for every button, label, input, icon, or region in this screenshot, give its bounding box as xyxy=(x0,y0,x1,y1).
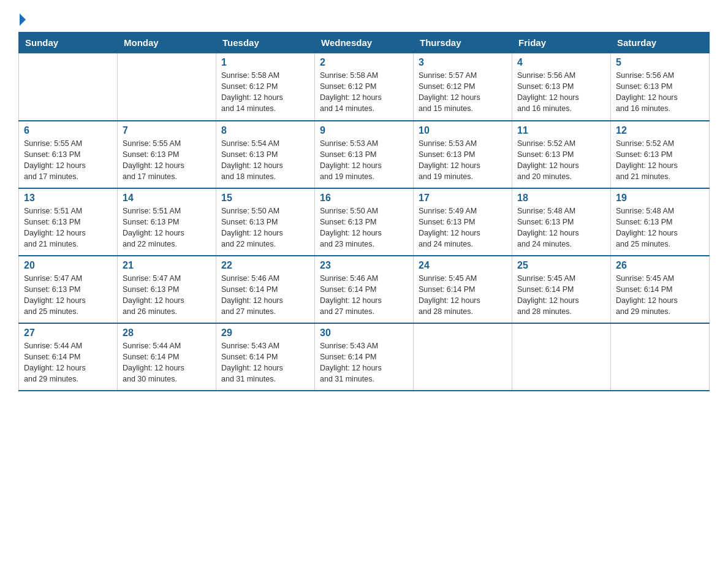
calendar-cell: 2Sunrise: 5:58 AM Sunset: 6:12 PM Daylig… xyxy=(315,53,414,121)
day-info: Sunrise: 5:47 AM Sunset: 6:13 PM Dayligh… xyxy=(24,273,112,318)
calendar-cell xyxy=(19,53,118,121)
calendar-cell: 19Sunrise: 5:48 AM Sunset: 6:13 PM Dayli… xyxy=(611,188,710,256)
day-number: 25 xyxy=(517,260,605,271)
calendar-cell: 17Sunrise: 5:49 AM Sunset: 6:13 PM Dayli… xyxy=(414,188,512,256)
day-number: 29 xyxy=(221,327,309,339)
calendar-table: SundayMondayTuesdayWednesdayThursdayFrid… xyxy=(18,32,710,391)
day-info: Sunrise: 5:56 AM Sunset: 6:13 PM Dayligh… xyxy=(616,70,704,115)
calendar-week-row: 27Sunrise: 5:44 AM Sunset: 6:14 PM Dayli… xyxy=(19,323,710,391)
day-info: Sunrise: 5:53 AM Sunset: 6:13 PM Dayligh… xyxy=(320,138,408,183)
day-number: 12 xyxy=(616,125,704,136)
day-number: 9 xyxy=(320,125,408,136)
calendar-cell: 13Sunrise: 5:51 AM Sunset: 6:13 PM Dayli… xyxy=(19,188,118,256)
weekday-header-tuesday: Tuesday xyxy=(216,33,315,53)
day-info: Sunrise: 5:53 AM Sunset: 6:13 PM Dayligh… xyxy=(419,138,507,183)
calendar-cell: 4Sunrise: 5:56 AM Sunset: 6:13 PM Daylig… xyxy=(512,53,611,121)
calendar-cell: 21Sunrise: 5:47 AM Sunset: 6:13 PM Dayli… xyxy=(118,256,216,323)
page-header xyxy=(18,12,710,26)
calendar-week-row: 13Sunrise: 5:51 AM Sunset: 6:13 PM Dayli… xyxy=(19,188,710,256)
day-info: Sunrise: 5:52 AM Sunset: 6:13 PM Dayligh… xyxy=(517,138,605,183)
day-number: 2 xyxy=(320,57,408,68)
day-info: Sunrise: 5:57 AM Sunset: 6:12 PM Dayligh… xyxy=(419,70,507,115)
day-number: 24 xyxy=(419,260,507,271)
calendar-cell: 14Sunrise: 5:51 AM Sunset: 6:13 PM Dayli… xyxy=(118,188,216,256)
calendar-cell: 10Sunrise: 5:53 AM Sunset: 6:13 PM Dayli… xyxy=(414,121,512,188)
calendar-cell: 8Sunrise: 5:54 AM Sunset: 6:13 PM Daylig… xyxy=(216,121,315,188)
calendar-cell: 23Sunrise: 5:46 AM Sunset: 6:14 PM Dayli… xyxy=(315,256,414,323)
calendar-cell xyxy=(611,323,710,391)
day-number: 17 xyxy=(419,193,507,204)
day-number: 30 xyxy=(320,327,408,339)
day-number: 13 xyxy=(24,193,112,204)
day-info: Sunrise: 5:51 AM Sunset: 6:13 PM Dayligh… xyxy=(24,205,112,250)
day-number: 22 xyxy=(221,260,309,271)
calendar-week-row: 6Sunrise: 5:55 AM Sunset: 6:13 PM Daylig… xyxy=(19,121,710,188)
day-number: 10 xyxy=(419,125,507,136)
calendar-week-row: 1Sunrise: 5:58 AM Sunset: 6:12 PM Daylig… xyxy=(19,53,710,121)
calendar-week-row: 20Sunrise: 5:47 AM Sunset: 6:13 PM Dayli… xyxy=(19,256,710,323)
calendar-cell: 28Sunrise: 5:44 AM Sunset: 6:14 PM Dayli… xyxy=(118,323,216,391)
day-number: 8 xyxy=(221,125,309,136)
logo-arrow-icon xyxy=(20,13,26,26)
day-info: Sunrise: 5:44 AM Sunset: 6:14 PM Dayligh… xyxy=(123,340,211,385)
calendar-cell xyxy=(118,53,216,121)
day-number: 16 xyxy=(320,193,408,204)
calendar-cell: 20Sunrise: 5:47 AM Sunset: 6:13 PM Dayli… xyxy=(19,256,118,323)
day-info: Sunrise: 5:50 AM Sunset: 6:13 PM Dayligh… xyxy=(320,205,408,250)
calendar-cell: 15Sunrise: 5:50 AM Sunset: 6:13 PM Dayli… xyxy=(216,188,315,256)
day-number: 11 xyxy=(517,125,605,136)
calendar-cell: 24Sunrise: 5:45 AM Sunset: 6:14 PM Dayli… xyxy=(414,256,512,323)
day-info: Sunrise: 5:43 AM Sunset: 6:14 PM Dayligh… xyxy=(320,340,408,385)
calendar-cell: 26Sunrise: 5:45 AM Sunset: 6:14 PM Dayli… xyxy=(611,256,710,323)
day-info: Sunrise: 5:48 AM Sunset: 6:13 PM Dayligh… xyxy=(616,205,704,250)
calendar-cell: 25Sunrise: 5:45 AM Sunset: 6:14 PM Dayli… xyxy=(512,256,611,323)
day-info: Sunrise: 5:49 AM Sunset: 6:13 PM Dayligh… xyxy=(419,205,507,250)
day-info: Sunrise: 5:55 AM Sunset: 6:13 PM Dayligh… xyxy=(24,138,112,183)
day-info: Sunrise: 5:58 AM Sunset: 6:12 PM Dayligh… xyxy=(221,70,309,115)
day-info: Sunrise: 5:45 AM Sunset: 6:14 PM Dayligh… xyxy=(616,273,704,318)
day-number: 27 xyxy=(24,327,112,339)
day-number: 26 xyxy=(616,260,704,271)
weekday-header-friday: Friday xyxy=(512,33,611,53)
day-info: Sunrise: 5:56 AM Sunset: 6:13 PM Dayligh… xyxy=(517,70,605,115)
calendar-cell: 7Sunrise: 5:55 AM Sunset: 6:13 PM Daylig… xyxy=(118,121,216,188)
calendar-cell: 1Sunrise: 5:58 AM Sunset: 6:12 PM Daylig… xyxy=(216,53,315,121)
day-number: 19 xyxy=(616,193,704,204)
calendar-cell: 27Sunrise: 5:44 AM Sunset: 6:14 PM Dayli… xyxy=(19,323,118,391)
weekday-header-sunday: Sunday xyxy=(19,33,118,53)
calendar-cell: 5Sunrise: 5:56 AM Sunset: 6:13 PM Daylig… xyxy=(611,53,710,121)
calendar-cell: 9Sunrise: 5:53 AM Sunset: 6:13 PM Daylig… xyxy=(315,121,414,188)
day-number: 1 xyxy=(221,57,309,68)
calendar-cell: 12Sunrise: 5:52 AM Sunset: 6:13 PM Dayli… xyxy=(611,121,710,188)
day-number: 18 xyxy=(517,193,605,204)
weekday-header-monday: Monday xyxy=(118,33,216,53)
day-number: 3 xyxy=(419,57,507,68)
day-number: 14 xyxy=(123,193,211,204)
day-number: 6 xyxy=(24,125,112,136)
day-number: 4 xyxy=(517,57,605,68)
weekday-header-saturday: Saturday xyxy=(611,33,710,53)
day-number: 15 xyxy=(221,193,309,204)
day-info: Sunrise: 5:51 AM Sunset: 6:13 PM Dayligh… xyxy=(123,205,211,250)
day-number: 21 xyxy=(123,260,211,271)
day-info: Sunrise: 5:50 AM Sunset: 6:13 PM Dayligh… xyxy=(221,205,309,250)
day-info: Sunrise: 5:44 AM Sunset: 6:14 PM Dayligh… xyxy=(24,340,112,385)
calendar-cell: 3Sunrise: 5:57 AM Sunset: 6:12 PM Daylig… xyxy=(414,53,512,121)
calendar-cell: 22Sunrise: 5:46 AM Sunset: 6:14 PM Dayli… xyxy=(216,256,315,323)
calendar-cell: 30Sunrise: 5:43 AM Sunset: 6:14 PM Dayli… xyxy=(315,323,414,391)
day-info: Sunrise: 5:46 AM Sunset: 6:14 PM Dayligh… xyxy=(320,273,408,318)
day-number: 5 xyxy=(616,57,704,68)
day-info: Sunrise: 5:46 AM Sunset: 6:14 PM Dayligh… xyxy=(221,273,309,318)
calendar-cell: 6Sunrise: 5:55 AM Sunset: 6:13 PM Daylig… xyxy=(19,121,118,188)
calendar-cell xyxy=(414,323,512,391)
day-info: Sunrise: 5:55 AM Sunset: 6:13 PM Dayligh… xyxy=(123,138,211,183)
day-info: Sunrise: 5:54 AM Sunset: 6:13 PM Dayligh… xyxy=(221,138,309,183)
day-info: Sunrise: 5:58 AM Sunset: 6:12 PM Dayligh… xyxy=(320,70,408,115)
weekday-header-thursday: Thursday xyxy=(414,33,512,53)
day-number: 23 xyxy=(320,260,408,271)
day-info: Sunrise: 5:48 AM Sunset: 6:13 PM Dayligh… xyxy=(517,205,605,250)
day-info: Sunrise: 5:45 AM Sunset: 6:14 PM Dayligh… xyxy=(419,273,507,318)
calendar-cell: 16Sunrise: 5:50 AM Sunset: 6:13 PM Dayli… xyxy=(315,188,414,256)
weekday-header-wednesday: Wednesday xyxy=(315,33,414,53)
calendar-cell: 18Sunrise: 5:48 AM Sunset: 6:13 PM Dayli… xyxy=(512,188,611,256)
